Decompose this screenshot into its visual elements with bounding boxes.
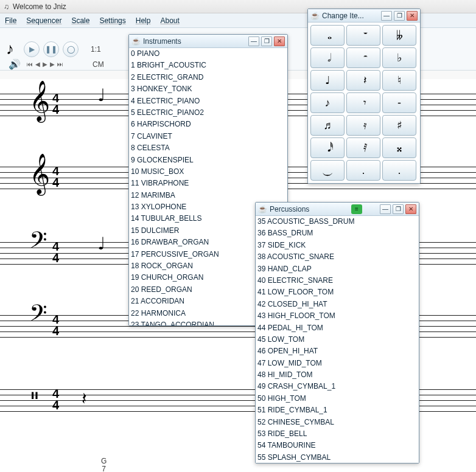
list-item[interactable]: 4 ELECTRIC_PIANO: [129, 95, 287, 107]
zoom-label: 1:1: [91, 45, 101, 54]
speaker-icon[interactable]: 🔊: [9, 58, 21, 70]
menu-about[interactable]: About: [160, 16, 179, 25]
list-item[interactable]: 36 BASS_DRUM: [256, 227, 419, 239]
list-item[interactable]: 46 OPEN_HI_HAT: [256, 345, 419, 357]
symbol-button[interactable]: 𝅝: [310, 25, 345, 46]
close-button[interactable]: ✕: [405, 204, 416, 214]
list-item[interactable]: 9 GLOCKENSPIEL: [129, 154, 287, 166]
symbol-button[interactable]: ⏝: [310, 160, 345, 181]
percussions-list[interactable]: 35 ACOUSTIC_BASS_DRUM36 BASS_DRUM37 SIDE…: [256, 216, 419, 463]
list-item[interactable]: 41 LOW_FLOOR_TOM: [256, 286, 419, 298]
chord-hint: G 7: [101, 457, 107, 472]
note-tool-icon[interactable]: ♪: [6, 40, 14, 58]
close-button[interactable]: ✕: [407, 11, 418, 21]
list-item[interactable]: 10 MUSIC_BOX: [129, 166, 287, 178]
music-note-icon: ♫: [4, 2, 9, 11]
treble-clef-icon: 𝄞: [29, 163, 50, 184]
symbol-button[interactable]: 𝅘𝅥𝅰: [310, 137, 345, 158]
java-icon: ☕: [310, 12, 320, 20]
instruments-titlebar[interactable]: ☕ Instruments — ❐ ✕: [129, 35, 287, 48]
skip-end-button[interactable]: ⏭: [57, 61, 63, 68]
list-item[interactable]: 0 PIANO: [129, 48, 287, 60]
list-item[interactable]: 52 CHINESE_CYMBAL: [256, 417, 419, 428]
change-item-titlebar[interactable]: ☕ Change Ite... — ❐ ✕: [308, 9, 420, 23]
list-item[interactable]: 1 BRIGHT_ACOUSTIC: [129, 60, 287, 71]
symbol-button[interactable]: ♩: [310, 70, 345, 91]
step-back-button[interactable]: ◀: [35, 61, 40, 68]
list-item[interactable]: 40 ELECTRIC_SNARE: [256, 275, 419, 286]
menu-help[interactable]: Help: [136, 16, 151, 25]
percussion-toggle-icon[interactable]: ≡: [351, 204, 362, 214]
menu-scale[interactable]: Scale: [71, 16, 89, 25]
list-item[interactable]: 51 RIDE_CYMBAL_1: [256, 404, 419, 416]
symbol-button[interactable]: ♭: [382, 47, 416, 68]
minimize-button[interactable]: —: [381, 11, 392, 21]
menu-sequencer[interactable]: Sequencer: [26, 16, 61, 25]
list-item[interactable]: 12 MARIMBA: [129, 190, 287, 201]
stop-button[interactable]: ◯: [63, 41, 79, 57]
list-item[interactable]: 53 RIDE_BELL: [256, 428, 419, 440]
java-icon: ☕: [258, 205, 267, 213]
close-button[interactable]: ✕: [274, 36, 285, 46]
minimize-button[interactable]: —: [380, 204, 391, 214]
time-signature: 44: [52, 165, 59, 189]
list-item[interactable]: 6 HARPISCHORD: [129, 119, 287, 130]
symbol-button[interactable]: -: [382, 92, 416, 113]
list-item[interactable]: 11 VIBRAPHONE: [129, 178, 287, 189]
percussions-titlebar[interactable]: ☕ Percussions ≡ — ❐ ✕: [256, 203, 419, 216]
symbol-button[interactable]: .: [382, 160, 416, 181]
change-item-window[interactable]: ☕ Change Ite... — ❐ ✕ 𝅝𝄻𝄫𝅗𝅥𝄼♭♩𝄽♮♪𝄾-♬𝄿♯𝅘𝅥…: [307, 9, 421, 184]
list-item[interactable]: 5 ELECTRIC_PIANO2: [129, 107, 287, 119]
menu-settings[interactable]: Settings: [99, 16, 125, 25]
mode-label: CM: [93, 60, 104, 69]
list-item[interactable]: 49 CRASH_CYMBAL_1: [256, 381, 419, 392]
symbol-button[interactable]: .: [346, 160, 380, 181]
maximize-button[interactable]: ❐: [394, 11, 405, 21]
symbol-button[interactable]: 𝄾: [346, 92, 380, 113]
symbol-button[interactable]: 𝄪: [382, 137, 416, 158]
note[interactable]: ♩: [97, 85, 105, 105]
change-item-title: Change Ite...: [322, 12, 364, 20]
list-item[interactable]: 37 SIDE_KICK: [256, 240, 419, 251]
pause-button[interactable]: ❚❚: [43, 41, 59, 57]
symbol-button[interactable]: 𝄫: [382, 25, 416, 46]
play-button[interactable]: ▶: [24, 41, 40, 57]
note[interactable]: ♩: [97, 234, 105, 254]
list-item[interactable]: 39 HAND_CLAP: [256, 263, 419, 275]
list-item[interactable]: 48 HI_MID_TOM: [256, 369, 419, 381]
skip-start-button[interactable]: ⏮: [27, 61, 33, 68]
minimize-button[interactable]: —: [248, 36, 259, 46]
list-item[interactable]: 35 ACOUSTIC_BASS_DRUM: [256, 216, 419, 227]
list-item[interactable]: 38 ACOUSTIC_SNARE: [256, 251, 419, 263]
symbol-button[interactable]: ♮: [382, 70, 416, 91]
symbol-grid: 𝅝𝄻𝄫𝅗𝅥𝄼♭♩𝄽♮♪𝄾-♬𝄿♯𝅘𝅥𝅰𝅀𝄪⏝..: [308, 23, 420, 183]
list-item[interactable]: 2 ELECTRIC_GRAND: [129, 72, 287, 83]
list-item[interactable]: 8 CELESTA: [129, 142, 287, 154]
symbol-button[interactable]: 𝄽: [346, 70, 380, 91]
list-item[interactable]: 45 LOW_TOM: [256, 334, 419, 345]
step-fwd-button[interactable]: ▶: [50, 61, 55, 68]
symbol-button[interactable]: 𝅀: [346, 137, 380, 158]
list-item[interactable]: 43 HIGH_FLOOR_TOM: [256, 310, 419, 322]
list-item[interactable]: 54 TAMBOURINE: [256, 440, 419, 451]
percussions-window[interactable]: ☕ Percussions ≡ — ❐ ✕ 35 ACOUSTIC_BASS_D…: [255, 202, 419, 463]
list-item[interactable]: 50 HIGH_TOM: [256, 393, 419, 404]
list-item[interactable]: 55 SPLASH_CYMBAL: [256, 452, 419, 463]
list-item[interactable]: 44 PEDAL_HI_TOM: [256, 322, 419, 334]
symbol-button[interactable]: ♯: [382, 115, 416, 136]
play-small-button[interactable]: ▶: [43, 61, 47, 68]
list-item[interactable]: 7 CLAVINET: [129, 131, 287, 142]
symbol-button[interactable]: ♬: [310, 115, 345, 136]
symbol-button[interactable]: ♪: [310, 92, 345, 113]
symbol-button[interactable]: 𝄼: [346, 47, 380, 68]
list-item[interactable]: 47 LOW_MID_TOM: [256, 358, 419, 369]
list-item[interactable]: 42 CLOSED_HI_HAT: [256, 299, 419, 310]
menu-file[interactable]: File: [5, 16, 16, 25]
symbol-button[interactable]: 𝄿: [346, 115, 380, 136]
list-item[interactable]: 3 HONKEY_TONK: [129, 83, 287, 95]
symbol-button[interactable]: 𝅗𝅥: [310, 47, 345, 68]
symbol-button[interactable]: 𝄻: [346, 25, 380, 46]
maximize-button[interactable]: ❐: [261, 36, 272, 46]
time-signature: 44: [52, 92, 59, 116]
maximize-button[interactable]: ❐: [393, 204, 404, 214]
